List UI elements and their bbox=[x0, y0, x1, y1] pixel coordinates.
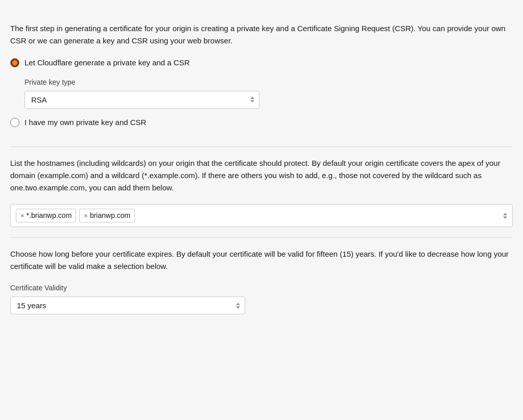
intro-description: The first step in generating a certifica… bbox=[10, 22, 513, 47]
hostname-tag-wildcard[interactable]: × *.brianwp.com bbox=[16, 209, 76, 223]
private-key-type-select[interactable]: RSA ECDSA bbox=[25, 91, 259, 109]
private-key-type-wrapper: RSA ECDSA bbox=[25, 91, 259, 109]
hostname-tag-wildcard-remove-icon[interactable]: × bbox=[20, 212, 25, 219]
hostname-tag-wildcard-label: *.brianwp.com bbox=[27, 210, 72, 221]
own-key-radio[interactable] bbox=[10, 118, 19, 127]
hostname-tag-apex-remove-icon[interactable]: × bbox=[84, 212, 88, 219]
hostnames-section: List the hostnames (including wildcards)… bbox=[10, 146, 513, 237]
validity-select[interactable]: 15 years 10 years 5 years 2 years 1 year… bbox=[10, 297, 245, 314]
validity-section: Choose how long before your certificate … bbox=[10, 237, 513, 325]
validity-description: Choose how long before your certificate … bbox=[10, 248, 513, 273]
private-key-type-field: Private key type RSA ECDSA bbox=[25, 77, 513, 109]
hostnames-arrow-icon bbox=[503, 213, 507, 219]
hostname-tag-apex-label: brianwp.com bbox=[90, 210, 130, 221]
hostnames-description: List the hostnames (including wildcards)… bbox=[10, 157, 513, 194]
hostnames-input[interactable]: × *.brianwp.com × brianwp.com bbox=[10, 204, 513, 227]
cloudflare-generate-radio[interactable] bbox=[10, 58, 19, 67]
validity-select-wrapper: 15 years 10 years 5 years 2 years 1 year… bbox=[10, 297, 245, 314]
page-container: The first step in generating a certifica… bbox=[10, 12, 513, 325]
own-key-label: I have my own private key and CSR bbox=[25, 117, 146, 129]
hostname-tag-apex[interactable]: × brianwp.com bbox=[79, 209, 135, 223]
validity-label: Certificate Validity bbox=[10, 283, 513, 293]
option-own-key[interactable]: I have my own private key and CSR bbox=[10, 117, 513, 129]
private-key-type-label: Private key type bbox=[25, 77, 513, 88]
option-cloudflare-generate[interactable]: Let Cloudflare generate a private key an… bbox=[10, 57, 513, 69]
csr-section: The first step in generating a certifica… bbox=[10, 12, 513, 146]
cloudflare-generate-label: Let Cloudflare generate a private key an… bbox=[25, 57, 190, 69]
